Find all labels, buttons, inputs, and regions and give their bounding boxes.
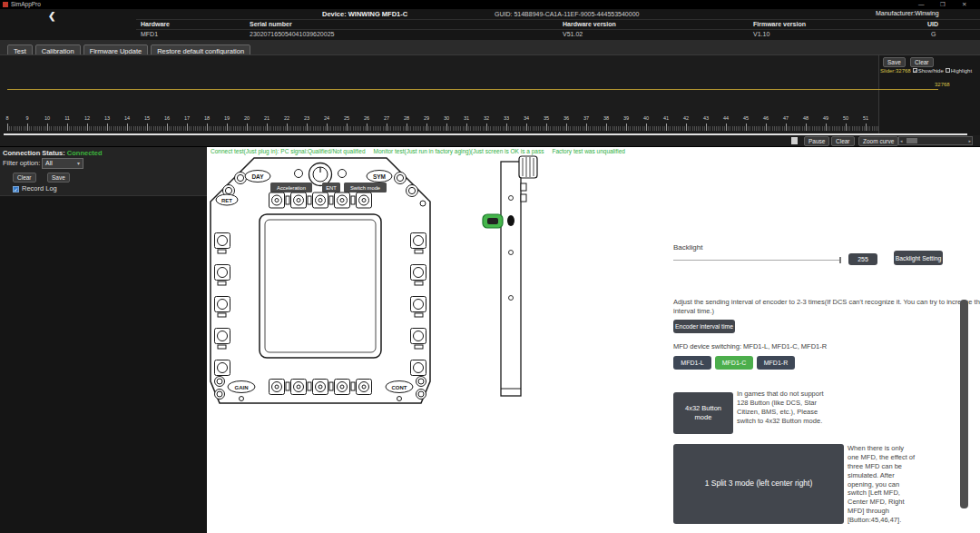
screw-icon [240, 397, 244, 401]
plot-save-button[interactable]: Save [883, 57, 906, 67]
app-title: SimAppPro [11, 1, 41, 7]
plot-control-strip: Pause Clear Zoom curve ◂ ▸ [0, 134, 980, 147]
ruler-tick-label: 13 [104, 115, 110, 121]
backlight-label: Backlight [673, 243, 702, 252]
ruler-tick [826, 123, 827, 131]
factory-test-status-segment: Factory test was unqualified [552, 148, 625, 154]
mfd-switch-mfd1-l[interactable]: MFD1-L [673, 356, 711, 370]
ruler-tick-label: 44 [723, 115, 729, 121]
ruler-tick [586, 123, 587, 131]
filter-dropdown[interactable]: All ▾ [42, 158, 83, 169]
scrollbar-thumb[interactable] [906, 138, 917, 143]
ruler-tick-label: 22 [284, 115, 289, 121]
device-header: ❮ Device: WINWING MFD1-C GUID: 514B8949-… [0, 9, 980, 40]
vertical-scrollbar-thumb[interactable] [960, 300, 968, 508]
log-clear-button[interactable]: Clear [13, 173, 36, 183]
ruler-tick-label: 26 [364, 115, 369, 121]
ruler-tick [107, 123, 108, 131]
ruler-tick [387, 123, 387, 131]
minimize-button[interactable]: — [918, 1, 925, 7]
ruler-tick-label: 50 [843, 115, 848, 121]
clear-curve-button[interactable]: Clear [831, 136, 855, 146]
encoder-interval-text: Adjust the sending interval of encoder t… [673, 298, 980, 316]
ruler-tick [806, 123, 807, 131]
ruler-tick [47, 123, 48, 131]
ruler-tick [786, 123, 787, 131]
log-save-button[interactable]: Save [47, 173, 70, 183]
plot-legend-panel: Save Clear Slider:32768✓Show/hideHighlig… [878, 55, 980, 135]
plot-horizontal-scrollbar[interactable]: ◂ ▸ [898, 136, 973, 145]
val-hardware-version: V51.02 [563, 31, 583, 37]
mfd-switch-row: MFD1-LMFD1-CMFD1-R [673, 352, 799, 370]
ruler-tick [666, 123, 667, 131]
filter-dropdown-value: All [45, 160, 53, 166]
backlight-setting-button[interactable]: Backlight Setting [894, 251, 943, 265]
split-mode-button[interactable]: 1 Split 3 mode (left center right) [673, 444, 844, 524]
ruler-tick [207, 123, 208, 131]
plot-axis-line [4, 133, 967, 135]
col-uid: UID [927, 21, 938, 27]
day-label: DAY [251, 173, 264, 180]
mfd-switch-mfd1-r[interactable]: MFD1-R [757, 356, 795, 370]
ruler-tick-label: 29 [424, 115, 429, 121]
ruler-tick-label: 31 [464, 115, 469, 121]
ruler-tick-label: 27 [384, 115, 389, 121]
ruler-tick-label: 23 [304, 115, 309, 121]
col-firmware-version: Firmware version [753, 21, 806, 27]
val-serial: 230207165054041039620025 [250, 31, 334, 37]
ruler-tick [7, 123, 8, 131]
ruler-tick-label: 35 [544, 115, 549, 121]
ruler-tick [147, 123, 148, 131]
ruler-tick-label: 8 [5, 115, 8, 121]
maximize-button[interactable]: ❐ [940, 1, 946, 8]
ruler-tick [227, 123, 228, 131]
scroll-right-icon[interactable]: ▸ [968, 138, 971, 143]
app-window: SimAppPro — ❐ ✕ ❮ Device: WINWING MFD1-C… [0, 0, 980, 533]
close-button[interactable]: ✕ [962, 1, 966, 8]
cont-label: CONT [392, 385, 407, 390]
highlight-checkbox[interactable] [946, 68, 950, 73]
ruler-tick [27, 123, 28, 131]
ruler-tick-label: 10 [44, 115, 50, 121]
ruler-tick [706, 123, 707, 131]
ruler-tick [187, 123, 188, 131]
switch-mode-chip-label: Switch mode [350, 185, 380, 191]
encoder-interval-button[interactable]: Encoder interval time [673, 320, 735, 333]
filter-option-label: Filter option: [3, 159, 40, 167]
backlight-slider[interactable] [673, 260, 840, 261]
show-hide-checkbox[interactable]: ✓ [913, 68, 917, 73]
connection-status: Connection Status: Connected [3, 149, 103, 157]
ruler-tick-label: 38 [603, 115, 609, 121]
scroll-left-icon[interactable]: ◂ [900, 138, 903, 143]
device-name: Device: WINWING MFD1-C [322, 10, 407, 18]
ruler-tick [866, 123, 867, 131]
back-arrow-icon[interactable]: ❮ [48, 11, 55, 21]
chevron-down-icon: ▾ [77, 160, 80, 166]
zoom-curve-button[interactable]: Zoom curve [858, 136, 898, 146]
ruler-tick [606, 123, 607, 131]
button-mode-4x32-button[interactable]: 4x32 Button mode [673, 392, 733, 434]
screw-icon [397, 397, 402, 401]
divider [136, 29, 980, 30]
ruler-tick [486, 123, 487, 131]
ent-chip-label: ENT [326, 185, 337, 191]
ruler-tick-label: 15 [144, 115, 150, 121]
ruler-tick [726, 123, 727, 131]
mfd-front-drawing: DAY SYM RET Acceleration ENT Switch mode [207, 153, 434, 409]
device-guid: GUID: 514B8949-CA1A-11EF-9005-4445535400… [495, 11, 639, 17]
ruler-tick-label: 40 [643, 115, 649, 121]
ruler-tick-label: 51 [863, 115, 868, 121]
record-log-checkbox[interactable]: ✓ [13, 186, 19, 192]
ruler-tick [247, 123, 248, 131]
show-hide-label: Show/hide [918, 68, 944, 74]
scroll-thumb-box[interactable] [791, 137, 798, 144]
ruler-tick [87, 123, 88, 131]
plot-clear-button[interactable]: Clear [910, 57, 934, 67]
backlight-slider-thumb[interactable] [839, 257, 841, 263]
ruler-tick-label: 19 [224, 115, 230, 121]
pause-button[interactable]: Pause [804, 136, 829, 146]
val-uid: G [931, 31, 936, 37]
acceleration-chip-label: Acceleration [277, 185, 306, 191]
mfd-switch-mfd1-c[interactable]: MFD1-C [715, 356, 753, 370]
ruler-tick [127, 123, 128, 131]
